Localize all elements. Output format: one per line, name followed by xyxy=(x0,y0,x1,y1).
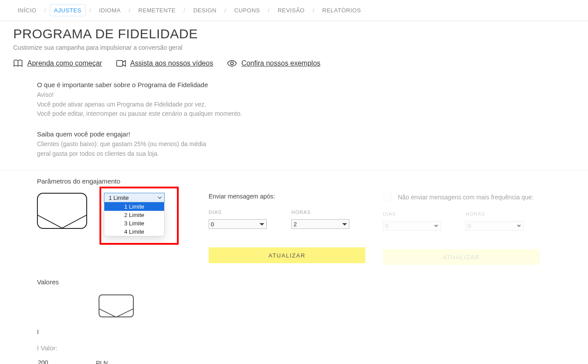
send-after-label: Enviar mensagem após: xyxy=(209,193,367,200)
limit-option-4[interactable]: 4 Limite xyxy=(104,228,164,236)
page-title: PROGRAMA DE FIDELIDADE xyxy=(13,26,575,41)
freq-label: Não enviar mensagens com mais frequência… xyxy=(398,194,533,201)
eye-icon xyxy=(227,59,237,68)
params-title: Parâmetros do engajamento xyxy=(37,177,575,185)
limit-dropdown: 1 Limite 2 Limite 3 Limite 4 Limite xyxy=(104,202,165,236)
envelope-icon xyxy=(37,193,87,229)
info-about-line: Aviso! xyxy=(37,90,319,100)
send-after-block: Enviar mensagem após: DIAS 0 HORAS 2 ATU… xyxy=(209,193,367,265)
info-engage-line: geral gasta por todos os clientes da sua… xyxy=(37,149,319,159)
valor-label: I Valor: xyxy=(37,344,575,352)
limit-select-value: 1 Limite xyxy=(109,195,129,201)
hours-select-1[interactable]: 2 xyxy=(291,219,349,229)
nav-remetente[interactable]: REMETENTE xyxy=(134,4,180,16)
info-engage-line: Clientes (gasto baixo): que gastam 25% (… xyxy=(37,140,319,149)
video-icon xyxy=(116,59,126,68)
limit-option-3[interactable]: 3 Limite xyxy=(104,219,164,228)
days-label-2: DIAS xyxy=(383,211,441,217)
nav-separator: / xyxy=(224,7,226,14)
update-button-1[interactable]: ATUALIZAR xyxy=(209,247,365,263)
days-label: DIAS xyxy=(209,210,267,215)
hours-label-2: HORAS xyxy=(466,211,524,217)
envelope-small-icon xyxy=(99,294,134,317)
help-links: Aprenda como começar Assista aos nossos … xyxy=(13,59,575,68)
top-nav: INÍCIO / AJUSTES / IDIOMA / REMETENTE / … xyxy=(0,0,588,21)
info-about-line: Você pode ativar apenas um Programa de F… xyxy=(37,100,319,110)
nav-separator: / xyxy=(129,7,130,14)
nav-design[interactable]: DESIGN xyxy=(189,4,221,16)
limit-option-1[interactable]: 1 Limite xyxy=(104,202,164,211)
days-select-1[interactable]: 0 xyxy=(209,219,267,229)
currency-label: PLN xyxy=(96,360,108,364)
nav-cupons[interactable]: CUPONS xyxy=(230,4,265,16)
days-select-2[interactable]: 0 xyxy=(383,221,441,231)
nav-separator: / xyxy=(89,7,91,14)
nav-separator: / xyxy=(44,7,46,14)
nav-ajustes[interactable]: AJUSTES xyxy=(50,4,86,16)
section-separator xyxy=(0,170,588,170)
freq-checkbox[interactable] xyxy=(383,193,392,202)
help-videos-label: Assista aos nossos vídeos xyxy=(130,59,213,67)
info-about-line: Você pode editar, interromper ou pausar … xyxy=(37,109,319,119)
help-learn[interactable]: Aprenda como começar xyxy=(13,59,102,68)
valores-title: Valores xyxy=(37,278,575,286)
hours-select-2[interactable]: 0 xyxy=(466,221,524,231)
update-button-2[interactable]: ATUALIZAR xyxy=(383,249,540,265)
info-about-header: O que é importante saber sobre o Program… xyxy=(37,81,319,88)
nav-revisao[interactable]: REVISÃO xyxy=(273,4,309,16)
svg-point-1 xyxy=(231,62,233,65)
nav-inicio[interactable]: INÍCIO xyxy=(13,4,41,16)
help-examples-label: Confira nossos exemplos xyxy=(241,59,320,67)
help-learn-label: Aprenda como começar xyxy=(27,59,102,67)
valor-input[interactable] xyxy=(37,358,84,364)
svg-rect-0 xyxy=(117,61,123,66)
freq-block: Não enviar mensagens com mais frequência… xyxy=(383,193,541,265)
limit-select[interactable]: 1 Limite xyxy=(104,193,165,202)
nav-relatorios[interactable]: RELATÓRIOS xyxy=(318,4,365,16)
book-icon xyxy=(13,59,23,68)
nav-separator: / xyxy=(268,7,270,14)
help-examples[interactable]: Confira nossos exemplos xyxy=(227,59,320,68)
page-subtitle: Customize sua campanha para impulsionar … xyxy=(13,44,575,51)
limit-option-2[interactable]: 2 Limite xyxy=(104,211,164,219)
info-block-about: O que é importante saber sobre o Program… xyxy=(37,81,319,119)
nav-separator: / xyxy=(312,7,314,14)
info-engage-header: Saiba quem você pode engajar! xyxy=(37,130,319,138)
nav-separator: / xyxy=(184,7,185,14)
chevron-down-icon xyxy=(157,195,162,200)
info-block-engage: Saiba quem você pode engajar! Clientes (… xyxy=(37,130,319,158)
help-videos[interactable]: Assista aos nossos vídeos xyxy=(116,59,213,68)
hours-label: HORAS xyxy=(291,210,349,215)
roman-numeral: I xyxy=(37,328,575,335)
nav-idioma[interactable]: IDIOMA xyxy=(95,4,125,16)
